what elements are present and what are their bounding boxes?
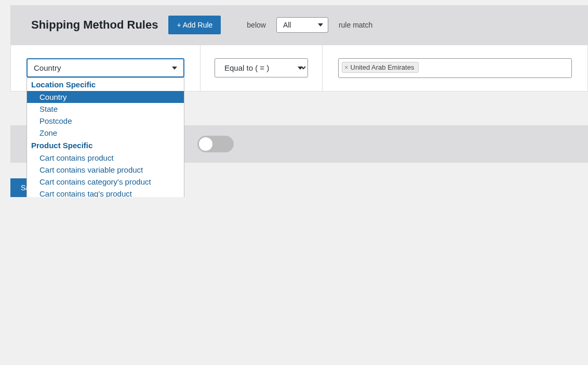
dropdown-group-label: Location Specific xyxy=(27,78,184,91)
dropdown-group-label: Product Specific xyxy=(27,139,184,152)
operator-cell: Equal to ( = ) xyxy=(201,45,323,91)
dropdown-option[interactable]: Cart contains tag's product xyxy=(27,188,184,197)
dropdown-option[interactable]: Cart contains category's product xyxy=(27,176,184,188)
field-select-value: Country xyxy=(34,63,61,72)
operator-select-wrap: Equal to ( = ) xyxy=(215,58,308,77)
add-rule-button[interactable]: + Add Rule xyxy=(168,16,221,34)
rule-match-label: rule match xyxy=(339,21,372,29)
match-select-wrap: All xyxy=(276,17,328,33)
toggle-switch[interactable] xyxy=(197,136,234,152)
header-bar: Shipping Method Rules + Add Rule below A… xyxy=(10,5,588,45)
tag-remove-icon[interactable]: × xyxy=(344,63,349,71)
field-cell: Country Location SpecificCountryStatePos… xyxy=(11,45,201,91)
below-label: below xyxy=(247,21,266,29)
selected-tag: × United Arab Emirates xyxy=(342,62,419,73)
field-dropdown[interactable]: Location SpecificCountryStatePostcodeZon… xyxy=(26,77,184,197)
value-tag-input[interactable]: × United Arab Emirates xyxy=(338,58,572,78)
field-select[interactable]: Country xyxy=(26,58,184,77)
dropdown-option[interactable]: Cart contains variable product xyxy=(27,164,184,176)
chevron-down-icon xyxy=(172,67,177,70)
tag-label: United Arab Emirates xyxy=(351,63,415,71)
value-cell: × United Arab Emirates xyxy=(323,45,587,91)
dropdown-option[interactable]: State xyxy=(27,103,184,115)
rules-row: Country Location SpecificCountryStatePos… xyxy=(10,45,588,92)
match-select[interactable]: All xyxy=(276,17,328,33)
dropdown-option[interactable]: Country xyxy=(27,91,184,103)
dropdown-option[interactable]: Zone xyxy=(27,127,184,139)
dropdown-option[interactable]: Postcode xyxy=(27,115,184,127)
page-title: Shipping Method Rules xyxy=(31,18,158,32)
operator-select[interactable]: Equal to ( = ) xyxy=(215,58,308,77)
dropdown-option[interactable]: Cart contains product xyxy=(27,152,184,164)
field-select-wrap: Country Location SpecificCountryStatePos… xyxy=(26,58,184,77)
toggle-knob xyxy=(199,137,212,151)
